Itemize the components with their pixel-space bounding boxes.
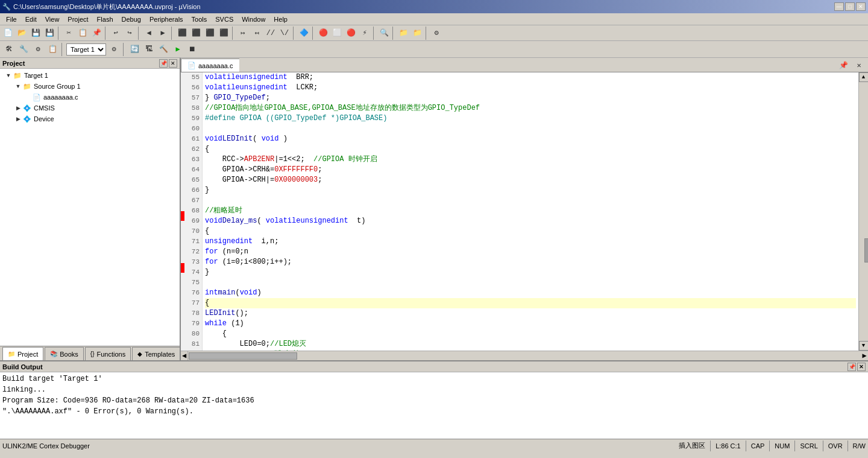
tb-redo-btn[interactable]: ↪	[123, 27, 136, 40]
tb-debug-flash-btn[interactable]: ⚡	[358, 27, 371, 40]
menu-window[interactable]: Window	[238, 14, 269, 24]
code-line: //GPIOA指向地址GPIOA_BASE,GPIOA_BASE地址存放的数据类…	[205, 103, 856, 113]
tb-sep9	[392, 27, 395, 40]
tb-undo-btn[interactable]: ↩	[109, 27, 122, 40]
scroll-up-arrow[interactable]: ▲	[859, 72, 869, 82]
tb2-build-btn[interactable]: 🏗	[142, 43, 156, 56]
code-tab-aaaaaaaac[interactable]: 📄 aaaaaaaa.c	[181, 59, 239, 72]
tb-open-btn[interactable]: 📂	[15, 27, 28, 40]
tab-project[interactable]: 📁 Project	[2, 347, 43, 360]
menu-edit[interactable]: Edit	[22, 14, 40, 24]
minimize-button[interactable]: —	[834, 2, 844, 11]
tb-bkpt1-btn[interactable]: ⬛	[175, 27, 189, 40]
build-close-btn[interactable]: ✕	[857, 363, 866, 371]
target-settings-btn[interactable]: ⚙	[107, 43, 121, 56]
tb2-rebuild-btn[interactable]: 🔨	[157, 43, 170, 56]
line-number: 71	[182, 237, 200, 247]
menu-svcs[interactable]: SVCS	[212, 14, 237, 24]
line-number: 57	[182, 93, 200, 103]
vertical-scrollbar[interactable]: ▲ ▼	[858, 72, 868, 351]
code-close-tab-btn[interactable]: ✕	[852, 59, 866, 72]
tab-templates[interactable]: ◆ Templates	[132, 347, 180, 360]
close-button[interactable]: ✕	[856, 2, 866, 11]
tb2-btn1[interactable]: 🛠	[2, 43, 16, 56]
tb-paste-btn[interactable]: 📌	[90, 27, 103, 40]
tb-bkpt2-btn[interactable]: ⬛	[189, 27, 203, 40]
tab-books[interactable]: 📚 Books	[45, 347, 84, 360]
scroll-down-arrow[interactable]: ▼	[859, 341, 869, 351]
tb-cut-btn[interactable]: ✂	[62, 27, 75, 40]
tb-commentblock-btn[interactable]: //	[264, 27, 277, 40]
tb-new-btn[interactable]: 📄	[1, 27, 14, 40]
menu-view[interactable]: View	[42, 14, 63, 24]
tb-back-btn[interactable]: ◀	[142, 27, 156, 40]
tb-indent-btn[interactable]: ↦	[236, 27, 250, 40]
menu-file[interactable]: File	[2, 14, 20, 24]
build-output-title: Build Output	[2, 363, 43, 371]
tb2-btn4[interactable]: 📋	[46, 43, 59, 56]
tb2-sep2	[123, 43, 125, 56]
tb-save-all-btn[interactable]: 💾	[43, 27, 56, 40]
tb-bkpt3-btn[interactable]: ⬛	[203, 27, 216, 40]
tb-bkpt4-btn[interactable]: ⬛	[217, 27, 230, 40]
h-scroll-right-arrow[interactable]: ▶	[861, 351, 868, 360]
menu-debug[interactable]: Debug	[118, 14, 145, 24]
status-bar: ULINK2/ME Cortex Debugger 插入图区 L:86 C:1 …	[0, 439, 868, 452]
tb-copy-btn[interactable]: 📋	[76, 27, 89, 40]
code-header-right: 📌 ✕	[837, 59, 868, 72]
build-text[interactable]: Build target 'Target 1'linking...Program…	[0, 372, 868, 439]
tree-target1[interactable]: ▼ 📁 Target 1	[1, 70, 178, 81]
h-scroll-thumb[interactable]	[189, 352, 297, 360]
menu-peripherals[interactable]: Peripherals	[146, 14, 187, 24]
line-number: 78	[182, 308, 200, 319]
menu-project[interactable]: Project	[64, 14, 92, 24]
line-number: 68	[182, 206, 200, 216]
code-pin-btn[interactable]: 📌	[837, 59, 850, 72]
maximize-button[interactable]: □	[845, 2, 855, 11]
tb-debug-start-btn[interactable]: 🔴	[316, 27, 330, 40]
tb-run-btn[interactable]: 🔷	[297, 27, 310, 40]
scroll-thumb[interactable]	[864, 238, 869, 262]
tree-expander-sourcegroup1: ▼	[13, 81, 23, 91]
horizontal-scrollbar[interactable]: ◀ ▶	[181, 351, 868, 360]
tree-icon-target1: 📁	[13, 72, 22, 80]
tb-settings-btn[interactable]: ⚙	[430, 27, 443, 40]
tb2-btn2[interactable]: 🔧	[17, 43, 30, 56]
tb-debug-reset-btn[interactable]: 🔴	[344, 27, 357, 40]
tree-icon-cmsis: 💠	[23, 104, 31, 112]
line-number: 65	[182, 175, 200, 185]
tb-uncommentblock-btn[interactable]: \/	[278, 27, 291, 40]
tb-sep3	[138, 27, 140, 40]
tree-label-sourcegroup1: Source Group 1	[34, 83, 81, 90]
code-content[interactable]: 5556575859606162636465666768697071727374…	[181, 72, 868, 351]
build-pin-btn[interactable]: 📌	[848, 363, 856, 371]
tb-debug-stop-btn[interactable]: ⬜	[330, 27, 344, 40]
build-output: Build Output 📌 ✕ Build target 'Target 1'…	[0, 360, 868, 439]
tab-functions[interactable]: {} Functions	[85, 347, 131, 360]
tb2-dbg-btn[interactable]: ▶	[171, 43, 184, 56]
menu-tools[interactable]: Tools	[188, 14, 211, 24]
panel-close-btn[interactable]: ✕	[169, 59, 177, 68]
tb-forward-btn[interactable]: ▶	[156, 27, 169, 40]
menu-help[interactable]: Help	[270, 14, 291, 24]
tb-save-btn[interactable]: 💾	[29, 27, 42, 40]
tb-open-project-btn[interactable]: 📁	[397, 27, 410, 40]
tree-aaaaaaaac[interactable]: 📄 aaaaaaaa.c	[1, 92, 178, 103]
tb-find-btn[interactable]: 🔍	[377, 27, 391, 40]
tb-outdent-btn[interactable]: ↤	[250, 27, 263, 40]
code-text[interactable]: volatile unsigned int BRR;volatile unsig…	[203, 72, 858, 351]
code-line: {	[205, 144, 856, 154]
tb2-stop-btn[interactable]: ⏹	[186, 43, 199, 56]
h-scroll-left-arrow[interactable]: ◀	[181, 351, 188, 360]
tb2-btn3[interactable]: ⚙	[31, 43, 45, 56]
tree-sourcegroup1[interactable]: ▼ 📁 Source Group 1	[1, 81, 178, 92]
panel-pin-btn[interactable]: 📌	[159, 59, 168, 68]
tb-close-project-btn[interactable]: 📁	[410, 27, 424, 40]
tree-device[interactable]: ▶ 💠 Device	[1, 113, 178, 124]
tree-cmsis[interactable]: ▶ 💠 CMSIS	[1, 103, 178, 113]
target-select[interactable]: Target 1	[66, 43, 106, 56]
menu-flash[interactable]: Flash	[93, 14, 117, 24]
code-line	[205, 124, 856, 134]
line-number: 63	[182, 154, 200, 165]
tb2-translate-btn[interactable]: 🔄	[128, 43, 141, 56]
